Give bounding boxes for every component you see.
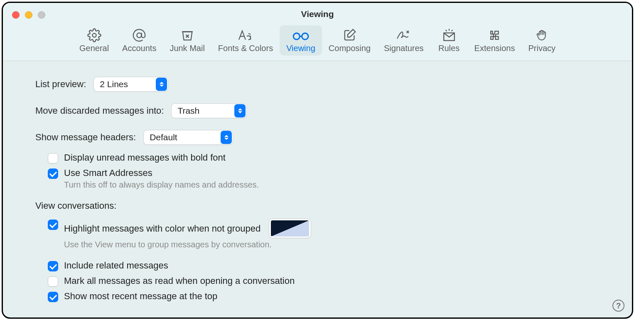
tab-label: Junk Mail	[170, 44, 204, 53]
recent-top-checkbox[interactable]	[48, 292, 58, 302]
svg-point-0	[92, 33, 96, 37]
show-headers-row: Show message headers: Default	[35, 130, 632, 145]
tab-junk-mail[interactable]: Junk Mail	[163, 25, 211, 56]
include-related-label: Include related messages	[64, 260, 168, 271]
highlight-hint: Use the View menu to group messages by c…	[64, 240, 311, 249]
mark-read-row: Mark all messages as read when opening a…	[48, 276, 632, 287]
preferences-toolbar: General Accounts Junk Mail Fonts & Color…	[3, 25, 632, 61]
bold-unread-label: Display unread messages with bold font	[64, 152, 226, 163]
highlight-label: Highlight messages with color when not g…	[64, 223, 261, 234]
show-headers-select[interactable]: Default	[143, 130, 233, 145]
tab-fonts-colors[interactable]: Fonts & Colors	[211, 25, 280, 56]
tab-extensions[interactable]: Extensions	[468, 25, 522, 56]
glasses-icon	[291, 28, 310, 43]
tab-label: Extensions	[474, 44, 515, 53]
tab-accounts[interactable]: Accounts	[116, 25, 163, 56]
move-discarded-select[interactable]: Trash	[171, 103, 247, 118]
move-discarded-row: Move discarded messages into: Trash	[35, 103, 632, 118]
include-related-checkbox[interactable]	[48, 261, 58, 271]
settings-content: List preview: 2 Lines Move discarded mes…	[3, 61, 632, 302]
tab-privacy[interactable]: Privacy	[521, 25, 562, 56]
compose-icon	[342, 28, 356, 43]
gear-icon	[87, 28, 101, 43]
stepper-icon	[234, 104, 246, 117]
tab-general[interactable]: General	[73, 25, 116, 56]
tab-label: Viewing	[286, 44, 315, 53]
tab-label: Privacy	[528, 44, 556, 53]
tab-viewing[interactable]: Viewing	[280, 25, 322, 56]
zoom-window-button[interactable]	[38, 11, 45, 19]
tab-label: Fonts & Colors	[218, 44, 273, 53]
window-title: Viewing	[3, 9, 632, 19]
tab-label: General	[79, 44, 109, 53]
bold-unread-row: Display unread messages with bold font	[48, 152, 632, 164]
tab-label: Accounts	[122, 44, 156, 53]
tab-label: Signatures	[384, 44, 424, 53]
list-preview-label: List preview:	[35, 79, 86, 90]
mark-read-label: Mark all messages as read when opening a…	[64, 276, 295, 286]
smart-addresses-label: Use Smart Addresses	[64, 168, 259, 178]
minimize-window-button[interactable]	[25, 11, 32, 19]
help-button[interactable]: ?	[612, 300, 624, 312]
puzzle-icon	[488, 28, 502, 43]
titlebar: Viewing	[3, 3, 632, 25]
tab-composing[interactable]: Composing	[322, 25, 377, 56]
show-headers-value: Default	[150, 132, 182, 142]
list-preview-select[interactable]: 2 Lines	[93, 77, 168, 92]
signature-icon	[396, 28, 412, 43]
tab-rules[interactable]: Rules	[430, 25, 468, 56]
help-icon: ?	[616, 301, 621, 310]
list-preview-row: List preview: 2 Lines	[35, 77, 632, 92]
smart-addresses-row: Use Smart Addresses Turn this off to alw…	[48, 168, 632, 190]
stepper-icon	[156, 78, 167, 91]
smart-addresses-hint: Turn this off to always display names an…	[64, 180, 259, 190]
font-icon	[237, 28, 254, 43]
tab-label: Composing	[329, 44, 371, 53]
recent-top-row: Show most recent message at the top	[48, 291, 632, 302]
move-discarded-value: Trash	[177, 106, 204, 116]
highlight-checkbox[interactable]	[48, 220, 58, 230]
highlight-color-well[interactable]	[269, 219, 311, 238]
recent-top-label: Show most recent message at the top	[64, 291, 217, 302]
show-headers-label: Show message headers:	[35, 132, 136, 143]
view-conversations-title: View conversations:	[35, 200, 632, 211]
svg-point-3	[302, 33, 308, 39]
highlight-row: Highlight messages with color when not g…	[48, 219, 632, 249]
svg-point-1	[137, 33, 142, 37]
close-window-button[interactable]	[12, 11, 20, 19]
trash-x-icon	[180, 28, 194, 43]
color-swatch-icon	[271, 220, 309, 237]
include-related-row: Include related messages	[48, 260, 632, 271]
stepper-icon	[221, 131, 232, 144]
rules-icon	[442, 28, 456, 43]
at-icon	[132, 28, 146, 43]
smart-addresses-checkbox[interactable]	[48, 168, 58, 179]
tab-label: Rules	[438, 44, 460, 53]
list-preview-value: 2 Lines	[100, 79, 133, 89]
move-discarded-label: Move discarded messages into:	[35, 105, 164, 116]
bold-unread-checkbox[interactable]	[48, 153, 58, 164]
svg-point-2	[293, 33, 300, 39]
traffic-lights	[12, 11, 45, 19]
tab-signatures[interactable]: Signatures	[377, 25, 430, 56]
hand-icon	[536, 28, 548, 43]
mark-read-checkbox[interactable]	[48, 276, 58, 287]
preferences-window: Viewing General Accounts Junk Mail Font	[2, 2, 633, 319]
